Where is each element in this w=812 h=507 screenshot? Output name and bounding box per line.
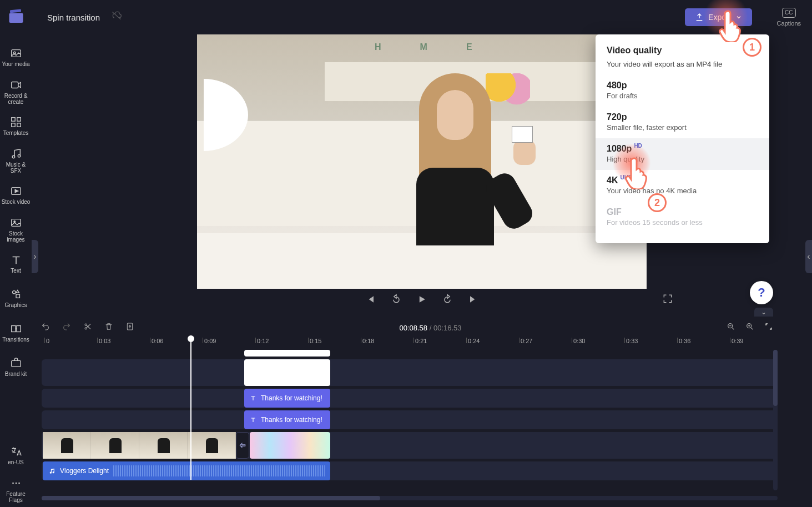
sidebar-item-your-media[interactable]: Your media — [0, 40, 32, 74]
timeline-tracks: Thanks for watching! Thanks for watching… — [42, 350, 778, 490]
sidebar-item-music-sfx[interactable]: Music & SFX — [0, 143, 32, 178]
clip-audio[interactable]: Vloggers Delight — [43, 461, 330, 480]
timeline-timecode: 00:08.58 / 00:16.53 — [134, 324, 727, 332]
svg-rect-19 — [11, 360, 21, 367]
cc-icon: CC — [782, 8, 795, 18]
project-title[interactable]: Spin transition — [47, 13, 100, 22]
timeline-toolbar: 00:08.58 / 00:16.53 — [33, 317, 779, 339]
sidebar-item-templates[interactable]: Templates — [0, 109, 32, 143]
play-button[interactable] — [416, 294, 427, 307]
topbar: Spin transition Export CC Captions — [0, 0, 812, 34]
sidebar-item-stock-images[interactable]: Stock images — [0, 212, 32, 247]
app-logo[interactable] — [4, 6, 28, 29]
sidebar-item-language[interactable]: en-US — [0, 438, 32, 473]
annotation-pointer-2: 2 — [612, 143, 651, 182]
svg-point-15 — [12, 291, 15, 294]
clip-caption-2[interactable]: Thanks for watching! — [244, 410, 330, 429]
track-audio[interactable]: Vloggers Delight — [42, 461, 778, 480]
timeline-collapse-chevron[interactable]: ⌄ — [754, 308, 773, 317]
sidebar-item-brand-kit[interactable]: Brand kit — [0, 350, 32, 384]
svg-point-21 — [15, 482, 17, 484]
track-overlay[interactable] — [42, 359, 778, 386]
timeline-ruler[interactable]: 0 0:03 0:06 0:09 0:12 0:15 0:18 0:21 0:2… — [42, 338, 778, 350]
svg-line-30 — [751, 328, 753, 329]
svg-rect-16 — [16, 294, 19, 298]
rewind-button[interactable] — [391, 294, 402, 307]
music-icon — [48, 468, 56, 475]
quality-720p[interactable]: 720p Smaller file, faster export — [596, 107, 769, 138]
svg-rect-13 — [11, 219, 21, 226]
svg-rect-8 — [11, 123, 14, 127]
undo-button[interactable] — [41, 322, 50, 333]
svg-point-11 — [18, 154, 21, 157]
sidebar-item-record-create[interactable]: Record & create — [0, 74, 32, 109]
playhead[interactable] — [190, 335, 191, 480]
redo-button[interactable] — [62, 322, 71, 333]
captions-button[interactable]: CC Captions — [777, 8, 801, 27]
timeline-scrollbar-h[interactable] — [42, 496, 778, 500]
svg-rect-17 — [11, 326, 15, 332]
right-panel-toggle[interactable]: ‹ — [805, 240, 812, 273]
clip-overlay-1[interactable] — [244, 350, 330, 357]
skip-next-button[interactable] — [467, 294, 478, 307]
quality-480p[interactable]: 480p For drafts — [596, 75, 769, 107]
left-sidebar: Your media Record & create Templates Mus… — [0, 34, 32, 507]
sidebar-item-transitions[interactable]: Transitions — [0, 315, 32, 350]
svg-point-22 — [18, 482, 20, 484]
svg-point-23 — [85, 328, 87, 329]
help-button[interactable]: ? — [750, 281, 773, 304]
svg-line-27 — [732, 328, 734, 329]
svg-rect-7 — [17, 118, 20, 121]
skip-prev-button[interactable] — [365, 294, 376, 307]
zoom-in-button[interactable] — [745, 322, 754, 333]
annotation-pointer-1: 1 — [704, 0, 748, 39]
popup-subtitle: Your video will export as an MP4 file — [596, 56, 769, 75]
sidebar-item-stock-video[interactable]: Stock video — [0, 178, 32, 212]
sidebar-item-graphics[interactable]: Graphics — [0, 281, 32, 315]
cut-button[interactable] — [83, 322, 92, 333]
left-panel-toggle[interactable]: › — [32, 240, 38, 273]
delete-button[interactable] — [104, 322, 113, 333]
sidebar-item-feature-flags[interactable]: Feature Flags — [0, 473, 32, 507]
timeline-scrollbar-v[interactable] — [773, 350, 778, 490]
text-icon — [250, 395, 256, 401]
fit-timeline-button[interactable] — [764, 322, 773, 333]
svg-rect-6 — [11, 118, 14, 121]
transition-badge[interactable] — [236, 432, 249, 459]
sidebar-item-text[interactable]: Text — [0, 247, 32, 281]
export-frame-button[interactable] — [125, 322, 134, 333]
svg-point-24 — [85, 324, 87, 325]
track-text-1[interactable]: Thanks for watching! — [42, 389, 778, 408]
playback-controls — [197, 289, 647, 312]
svg-point-20 — [12, 482, 14, 484]
sync-disabled-icon — [111, 11, 122, 24]
fullscreen-button[interactable] — [662, 293, 673, 307]
quality-gif[interactable]: GIF For videos 15 seconds or less — [596, 202, 769, 233]
svg-rect-1 — [10, 9, 21, 13]
svg-rect-9 — [17, 123, 20, 127]
track-video[interactable] — [42, 432, 778, 459]
export-icon — [695, 13, 704, 22]
zoom-out-button[interactable] — [727, 322, 735, 333]
track-text-2[interactable]: Thanks for watching! — [42, 410, 778, 429]
video-preview[interactable]: HME — [197, 34, 647, 289]
svg-rect-18 — [16, 326, 20, 332]
export-quality-popup: Video quality Your video will export as … — [596, 34, 769, 243]
clip-holo-video[interactable] — [250, 432, 330, 459]
text-icon — [250, 416, 256, 423]
svg-rect-5 — [11, 82, 18, 88]
clip-caption-1[interactable]: Thanks for watching! — [244, 389, 330, 408]
clip-overlay-2[interactable] — [244, 359, 330, 386]
clip-main-video[interactable] — [43, 432, 236, 459]
forward-button[interactable] — [442, 294, 453, 307]
svg-rect-0 — [9, 13, 23, 23]
